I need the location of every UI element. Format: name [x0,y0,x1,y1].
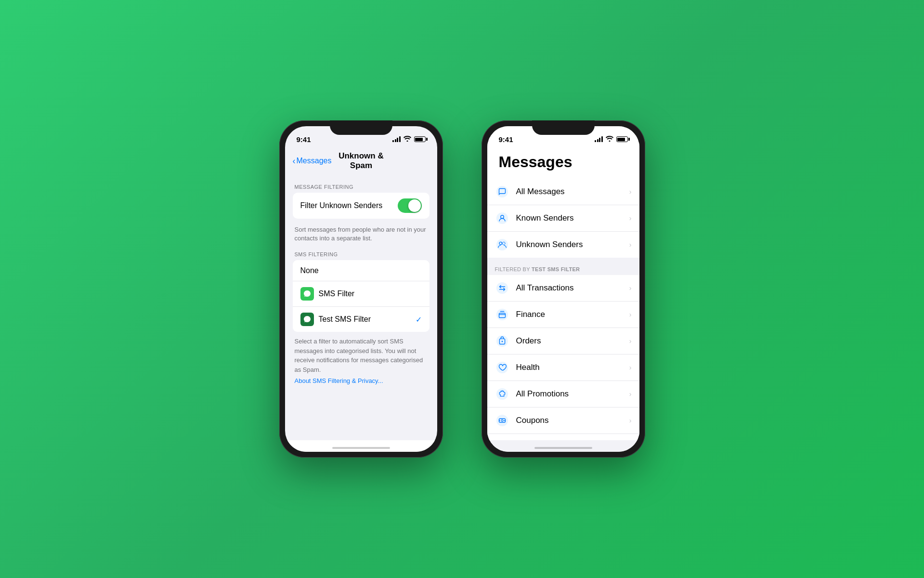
back-label: Messages [297,157,332,165]
phone-2-screen: 9:41 Messages [487,126,639,452]
home-bar-2 [534,447,592,449]
all-messages-label: All Messages [516,187,623,197]
coupons-chevron: › [629,417,632,424]
svg-point-11 [501,341,503,342]
svg-point-3 [496,239,508,250]
transactions-chevron: › [629,284,632,292]
filter-name: TEST SMS FILTER [532,266,580,272]
coupons-row[interactable]: Coupons › [487,407,639,434]
sms-option-sms-filter[interactable]: SMS Filter [293,281,429,307]
all-messages-chevron: › [629,188,632,196]
orders-label: Orders [516,336,623,346]
sms-none-label: None [300,266,422,275]
message-filtering-group: Filter Unknown Senders [293,193,429,219]
message-filtering-header: Message Filtering [285,180,437,193]
svg-point-13 [496,388,508,400]
test-sms-filter-icon [300,313,314,326]
signal-icon-1 [392,136,401,142]
known-senders-icon [495,211,509,225]
promotions-icon [495,387,509,401]
filtered-by-header: FILTERED BY TEST SMS FILTER [487,262,639,275]
all-messages-icon [495,184,509,199]
health-label: Health [516,363,623,372]
top-messages-group: All Messages › Known Senders [487,179,639,258]
back-chevron-icon: ‹ [293,157,296,165]
messages-title: Messages [499,151,628,171]
unknown-senders-row[interactable]: Unknown Senders › [487,232,639,258]
back-button[interactable]: ‹ Messages [293,157,332,165]
home-indicator-2 [487,440,639,452]
filtered-messages-group: All Transactions › [487,275,639,440]
offers-row[interactable]: Offers › [487,434,639,440]
health-row[interactable]: Health › [487,355,639,381]
health-icon [495,360,509,375]
filter-unknown-row[interactable]: Filter Unknown Senders [293,193,429,219]
svg-point-12 [496,362,508,373]
sms-filtering-group: None SMS Filter [293,260,429,332]
transactions-icon [495,281,509,295]
filter-toggle[interactable] [398,198,422,213]
filter-unknown-label: Filter Unknown Senders [300,201,398,210]
coupons-icon [495,413,509,428]
all-messages-row[interactable]: All Messages › [487,179,639,205]
finance-icon [495,307,509,322]
phone-1-screen: 9:41 ‹ [285,126,437,452]
finance-chevron: › [629,311,632,318]
phone-2: 9:41 Messages [482,120,645,458]
sms-option-test-filter[interactable]: Test SMS Filter ✓ [293,307,429,332]
known-senders-row[interactable]: Known Senders › [487,205,639,232]
notch-1 [330,120,392,135]
home-indicator-1 [285,440,437,452]
home-bar-1 [332,447,390,449]
finance-label: Finance [516,310,623,319]
all-transactions-label: All Transactions [516,283,623,293]
sms-option-none[interactable]: None [293,260,429,281]
battery-icon-2 [616,136,628,142]
sms-filter-description: Select a filter to automatically sort SM… [285,334,437,377]
notch-2 [532,120,595,135]
toggle-knob [408,199,421,212]
health-chevron: › [629,364,632,371]
promotions-chevron: › [629,390,632,398]
coupons-label: Coupons [516,416,623,425]
unknown-senders-label: Unknown Senders [516,240,623,250]
unknown-senders-icon [495,237,509,252]
finance-row[interactable]: Finance › [487,302,639,328]
battery-icon-1 [414,136,426,142]
svg-point-6 [496,282,508,294]
phone-1: 9:41 ‹ [279,120,443,458]
unknown-senders-chevron: › [629,241,632,249]
status-time-1: 9:41 [297,135,311,144]
orders-chevron: › [629,337,632,345]
signal-icon-2 [595,136,603,142]
promotions-row[interactable]: All Promotions › [487,381,639,407]
messages-list: All Messages › Known Senders [487,179,639,440]
nav-bar-1: ‹ Messages Unknown & Spam [285,147,437,176]
nav-title-1: Unknown & Spam [331,151,390,171]
sms-filtering-header: SMS Filtering [285,248,437,260]
known-senders-label: Known Senders [516,213,623,223]
svg-point-15 [496,415,508,426]
phone2-header: Messages [487,147,639,179]
orders-icon [495,334,509,348]
filtered-by-label: FILTERED BY [495,266,532,272]
svg-point-0 [496,186,508,197]
orders-row[interactable]: Orders › [487,328,639,355]
sms-filter-link[interactable]: About SMS Filtering & Privacy... [285,377,437,384]
sms-filter-icon [300,287,314,301]
status-icons-1 [392,136,426,143]
filter-description: Sort messages from people who are not in… [285,223,437,248]
known-senders-chevron: › [629,214,632,222]
phones-container: 9:41 ‹ [279,120,645,458]
status-time-2: 9:41 [499,135,513,144]
checkmark-icon: ✓ [416,315,422,324]
status-icons-2 [595,135,628,144]
phone1-content: Message Filtering Filter Unknown Senders… [285,176,437,440]
all-transactions-row[interactable]: All Transactions › [487,275,639,302]
sms-filter-label: SMS Filter [319,289,422,298]
wifi-icon-2 [606,135,613,144]
test-sms-filter-label: Test SMS Filter [319,315,411,324]
wifi-icon-1 [403,136,411,143]
promotions-label: All Promotions [516,389,623,399]
